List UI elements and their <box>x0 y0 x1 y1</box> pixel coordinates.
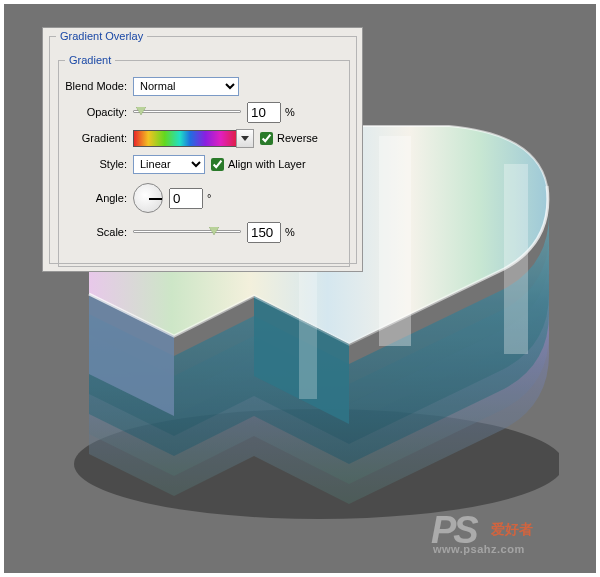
checkbox-align-with-layer[interactable] <box>211 158 224 171</box>
unit-opacity: % <box>285 106 295 118</box>
input-scale[interactable] <box>247 222 281 243</box>
slider-opacity[interactable] <box>133 103 241 121</box>
chevron-down-icon <box>241 136 249 141</box>
svg-rect-1 <box>379 136 411 346</box>
checkbox-reverse[interactable] <box>260 132 273 145</box>
gradient-dropdown-button[interactable] <box>236 129 254 148</box>
unit-angle: ° <box>207 192 211 204</box>
angle-dial[interactable] <box>133 183 163 213</box>
label-align-with-layer: Align with Layer <box>228 158 306 170</box>
input-angle[interactable] <box>169 188 203 209</box>
select-style[interactable]: Linear <box>133 155 205 174</box>
select-blend-mode[interactable]: Normal <box>133 77 239 96</box>
gradient-swatch[interactable] <box>133 130 237 147</box>
watermark-ps: PS <box>431 509 476 552</box>
unit-scale: % <box>285 226 295 238</box>
label-angle: Angle: <box>63 192 133 204</box>
legend-gradient: Gradient <box>65 54 115 66</box>
label-style: Style: <box>63 158 133 170</box>
watermark: PS 爱好者 www.psahz.com <box>431 513 571 563</box>
watermark-cn: 爱好者 <box>491 521 533 539</box>
label-blend-mode: Blend Mode: <box>63 80 133 92</box>
label-scale: Scale: <box>63 226 133 238</box>
gradient-overlay-panel: Gradient Overlay Gradient Blend Mode: No… <box>42 27 363 272</box>
svg-point-0 <box>74 409 559 519</box>
legend-gradient-overlay: Gradient Overlay <box>56 30 147 42</box>
watermark-url: www.psahz.com <box>433 543 525 555</box>
label-gradient: Gradient: <box>63 132 133 144</box>
label-opacity: Opacity: <box>63 106 133 118</box>
fieldset-gradient: Gradient Blend Mode: Normal Opacity: % <box>58 54 350 267</box>
svg-rect-3 <box>504 164 528 354</box>
input-opacity[interactable] <box>247 102 281 123</box>
label-reverse: Reverse <box>277 132 318 144</box>
fieldset-gradient-overlay: Gradient Overlay Gradient Blend Mode: No… <box>49 30 357 264</box>
slider-scale[interactable] <box>133 223 241 241</box>
